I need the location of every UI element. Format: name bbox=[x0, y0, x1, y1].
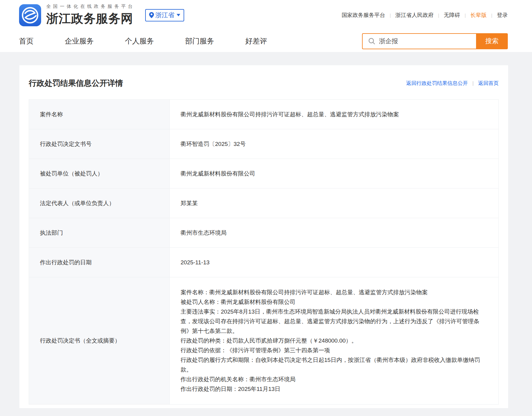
main-nav: 首页 企业服务 个人服务 部门服务 好差评 搜索 bbox=[0, 30, 532, 52]
row-value-legal-representative: 郑某某 bbox=[170, 189, 499, 218]
chevron-down-icon bbox=[177, 14, 180, 16]
row-label-enforcement-department: 执法部门 bbox=[29, 218, 170, 248]
decision-line: 主要违法事实：2025年8月13日，衢州市生态环境局智造新城分局执法人员对衢州龙… bbox=[181, 307, 490, 336]
row-value-penalized-unit: 衢州龙威新材料股份有限公司 bbox=[170, 159, 499, 189]
row-value-document-number: 衢环智造罚〔2025〕32号 bbox=[170, 129, 499, 159]
search-button[interactable]: 搜索 bbox=[476, 33, 508, 49]
row-value-case-name: 衢州龙威新材料股份有限公司持排污许可证超标、超总量、逃避监管方式排放污染物案 bbox=[170, 100, 499, 129]
page-body: 行政处罚结果信息公开详情 返回行政处罚结果信息公开 | 返回首页 案件名称 衢州… bbox=[0, 52, 532, 408]
nav-item-home[interactable]: 首页 bbox=[19, 36, 34, 46]
link-national-platform[interactable]: 国家政务服务平台 bbox=[341, 11, 385, 19]
divider: | bbox=[390, 13, 391, 18]
nav-item-enterprise-services[interactable]: 企业服务 bbox=[65, 36, 94, 46]
row-label-decision-document: 行政处罚决定书（全文或摘要） bbox=[29, 277, 170, 405]
decision-line: 作出行政处罚的日期：2025年11月13日 bbox=[181, 384, 490, 394]
page-title: 行政处罚结果信息公开详情 bbox=[29, 78, 123, 89]
table-row: 作出行政处罚的日期 2025-11-13 bbox=[29, 248, 499, 277]
row-label-penalized-unit: 被处罚单位（被处罚人） bbox=[29, 159, 170, 189]
table-row: 行政处罚决定文书号 衢环智造罚〔2025〕32号 bbox=[29, 129, 499, 159]
site-name: 浙江政务服务网 bbox=[46, 10, 135, 27]
nav-item-rating[interactable]: 好差评 bbox=[245, 36, 267, 46]
link-elder-version[interactable]: 长辈版 bbox=[470, 11, 487, 19]
site-logo-icon bbox=[19, 4, 41, 26]
detail-card: 行政处罚结果信息公开详情 返回行政处罚结果信息公开 | 返回首页 案件名称 衢州… bbox=[19, 65, 508, 408]
back-to-list-link[interactable]: 返回行政处罚结果信息公开 bbox=[406, 80, 468, 86]
search-box bbox=[362, 33, 476, 49]
table-row: 案件名称 衢州龙威新材料股份有限公司持排污许可证超标、超总量、逃避监管方式排放污… bbox=[29, 100, 499, 129]
site-logo[interactable]: 全国一体化在线政务服务平台 浙江政务服务网 bbox=[19, 4, 135, 27]
back-to-home-link[interactable]: 返回首页 bbox=[478, 80, 499, 86]
table-row: 法定代表人（或单位负责人） 郑某某 bbox=[29, 189, 499, 218]
nav-item-personal-services[interactable]: 个人服务 bbox=[125, 36, 154, 46]
link-provincial-government[interactable]: 浙江省人民政府 bbox=[395, 11, 433, 19]
decision-line: 行政处罚的依据：《排污许可管理条例》第三十四条第一项 bbox=[181, 346, 490, 355]
decision-line: 行政处罚的履行方式和期限：自收到本处罚决定书之日起15日内，按浙江省（衢州市本级… bbox=[181, 355, 490, 375]
divider: | bbox=[465, 13, 466, 18]
row-value-enforcement-department: 衢州市生态环境局 bbox=[170, 218, 499, 248]
top-header: 全国一体化在线政务服务平台 浙江政务服务网 浙江省 国家政务服务平台 | 浙江省… bbox=[0, 0, 532, 30]
decision-line: 被处罚人名称：衢州龙威新材料股份有限公司 bbox=[181, 297, 490, 307]
location-pin-icon bbox=[149, 12, 154, 18]
region-label: 浙江省 bbox=[155, 11, 175, 19]
decision-line: 案件名称：衢州龙威新材料股份有限公司持排污许可证超标、超总量、逃避监管方式排放污… bbox=[181, 288, 490, 297]
utility-links: 国家政务服务平台 | 浙江省人民政府 | 无障碍 | 长辈版 | 登录 bbox=[341, 11, 508, 19]
row-label-penalty-date: 作出行政处罚的日期 bbox=[29, 248, 170, 277]
decision-line: 作出行政处罚的机关名称：衢州市生态环境局 bbox=[181, 375, 490, 384]
row-value-decision-document: 案件名称：衢州龙威新材料股份有限公司持排污许可证超标、超总量、逃避监管方式排放污… bbox=[170, 277, 499, 405]
link-accessibility[interactable]: 无障碍 bbox=[444, 11, 460, 19]
penalty-detail-table: 案件名称 衢州龙威新材料股份有限公司持排污许可证超标、超总量、逃避监管方式排放污… bbox=[29, 99, 499, 405]
row-label-case-name: 案件名称 bbox=[29, 100, 170, 129]
decision-line: 行政处罚的种类：处罚款人民币贰拾肆万捌仟元整（￥248000.00）。 bbox=[181, 336, 490, 346]
nav-item-department-services[interactable]: 部门服务 bbox=[185, 36, 214, 46]
region-selector[interactable]: 浙江省 bbox=[145, 9, 184, 21]
link-login[interactable]: 登录 bbox=[497, 11, 508, 19]
table-row: 行政处罚决定书（全文或摘要） 案件名称：衢州龙威新材料股份有限公司持排污许可证超… bbox=[29, 277, 499, 405]
table-row: 执法部门 衢州市生态环境局 bbox=[29, 218, 499, 248]
table-row: 被处罚单位（被处罚人） 衢州龙威新材料股份有限公司 bbox=[29, 159, 499, 189]
divider: | bbox=[438, 13, 439, 18]
row-value-penalty-date: 2025-11-13 bbox=[170, 248, 499, 277]
divider: | bbox=[472, 80, 474, 86]
platform-tagline: 全国一体化在线政务服务平台 bbox=[46, 4, 135, 9]
search-bar: 搜索 bbox=[362, 33, 508, 49]
back-links: 返回行政处罚结果信息公开 | 返回首页 bbox=[406, 80, 499, 87]
search-icon bbox=[368, 37, 375, 45]
row-label-document-number: 行政处罚决定文书号 bbox=[29, 129, 170, 159]
divider: | bbox=[491, 13, 492, 18]
row-label-legal-representative: 法定代表人（或单位负责人） bbox=[29, 189, 170, 218]
search-input[interactable] bbox=[379, 37, 476, 45]
